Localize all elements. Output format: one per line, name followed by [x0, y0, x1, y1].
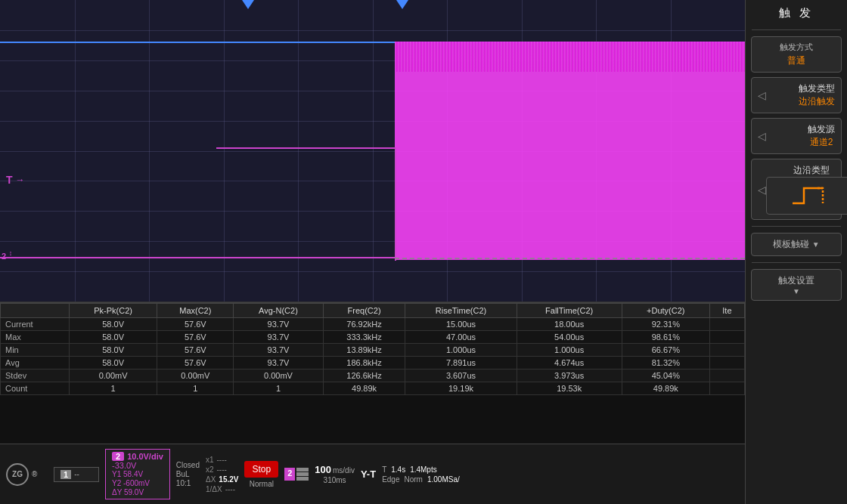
norm-label2: Norm — [404, 475, 422, 484]
ch1-status: -- — [74, 470, 79, 478]
row-label: Min — [1, 344, 70, 357]
row-cell: 15.00us — [405, 318, 517, 331]
main-area: T → 2 ↕ Pk-Pk(C2) Max(C2) Avg-N(C2) Freq… — [0, 0, 745, 504]
row-cell: 58.0V — [69, 357, 157, 369]
row-cell: 186.8kHz — [323, 357, 405, 369]
col-header-avg: Avg-N(C2) — [234, 304, 323, 318]
col-header-pk-pk: Pk-Pk(C2) — [69, 304, 157, 318]
ch-line-2 — [296, 472, 309, 476]
col-header-label — [1, 304, 70, 318]
trigger-mode-label: 触发方式 — [780, 42, 813, 53]
divider-1 — [752, 29, 841, 30]
col-header-duty: +Duty(C2) — [622, 304, 709, 318]
row-cell: 7.891us — [405, 357, 517, 369]
ch2-marker: 2 ↕ — [2, 249, 12, 261]
row-cell: 3.973us — [517, 369, 622, 382]
trigger-type-button[interactable]: ◁ 触发类型 边沿触发 — [751, 77, 842, 113]
trigger-settings-button[interactable]: 触发设置 ▼ — [751, 269, 842, 301]
row-cell: 3.607us — [405, 369, 517, 382]
dx-value: 15.2V — [219, 475, 238, 484]
ch2-dashed-line — [395, 258, 745, 259]
yt-section: Y-T — [361, 468, 376, 480]
t-marker: T → — [6, 174, 25, 186]
signal-transition — [395, 147, 396, 261]
edge-type-label: 边沿类型 — [793, 164, 830, 177]
row-cell: 81.32% — [622, 357, 709, 369]
trigger-source-value: 通道2 — [810, 136, 833, 149]
noise-overlay — [395, 42, 745, 72]
row-cell: 19.53k — [517, 382, 622, 395]
row-label: Stdev — [1, 369, 70, 382]
coupling-label: BuL — [176, 470, 200, 478]
trigger-panel: 触 发 触发方式 普通 ◁ 触发类型 边沿触发 ◁ 触发源 通道2 ◁ 边沿类型 — [745, 0, 847, 504]
yt-label: Y-T — [361, 468, 376, 480]
row-cell: 333.3kHz — [323, 331, 405, 344]
stop-section[interactable]: Stop Normal — [244, 461, 278, 488]
stop-button[interactable]: Stop — [244, 461, 278, 478]
row-cell — [709, 344, 744, 357]
trigger-source-label: 触发源 — [808, 123, 835, 136]
row-cell: 0.00mV — [234, 369, 323, 382]
col-header-rise: RiseTime(C2) — [405, 304, 517, 318]
row-cell: 57.6V — [157, 331, 234, 344]
trigger-panel-title: 触 发 — [779, 6, 814, 20]
row-label: Max — [1, 331, 70, 344]
signal-high-region — [395, 42, 745, 260]
row-cell: 93.7V — [234, 331, 323, 344]
ch2-indicator-badge: 2 — [284, 468, 295, 481]
divider-3 — [752, 262, 841, 263]
template-trigger-sub: ▼ — [812, 240, 820, 249]
time-offset: 310ms — [324, 476, 346, 484]
ch2-y2: Y2 -600mV — [112, 479, 163, 487]
row-cell: 57.6V — [157, 357, 234, 369]
one-dx-label: 1/ΔX — [206, 485, 222, 493]
trigger-arrow-2 — [396, 0, 408, 9]
coupling2-label: 10:1 — [176, 479, 200, 487]
edge-type-arrow: ◁ — [758, 184, 766, 196]
ch2-info: 2 10.0V/div -33.0V Y1 58.4V Y2 -600mV ΔY… — [105, 449, 170, 499]
trigger-mode-button[interactable]: 触发方式 普通 — [751, 36, 842, 73]
pretrigger-step — [216, 147, 395, 149]
edge-label: Edge — [382, 475, 399, 484]
x2-label: x2 — [206, 465, 214, 474]
time-unit: ms/div — [333, 466, 355, 475]
template-trigger-label: 模板触碰 — [773, 239, 809, 249]
t-value: 1.4s — [391, 465, 405, 474]
row-cell: 58.0V — [69, 344, 157, 357]
row-cell — [709, 382, 744, 395]
logo-trademark: ® — [32, 470, 37, 478]
status-bar: ZG ® 1 -- 2 10.0V/div -33.0V Y1 58.4V Y2… — [0, 444, 745, 504]
table-row: Max58.0V57.6V93.7V333.3kHz47.00us54.00us… — [1, 331, 745, 344]
trigger-type-value: 边沿触发 — [799, 95, 835, 108]
trigger-settings-label: 触发设置 — [778, 274, 814, 287]
col-header-ite: Ite — [709, 304, 744, 318]
row-cell: 18.00us — [517, 318, 622, 331]
ch2-y1: Y1 58.4V — [112, 470, 163, 478]
row-cell: 93.7V — [234, 357, 323, 369]
edge-type-button[interactable]: ◁ 边沿类型 — [751, 159, 842, 220]
row-cell: 126.6kHz — [323, 369, 405, 382]
edge-type-display — [766, 177, 847, 215]
row-cell: 76.92kHz — [323, 318, 405, 331]
row-cell: 54.00us — [517, 331, 622, 344]
trigger-source-button[interactable]: ◁ 触发源 通道2 — [751, 118, 842, 154]
waveform-display: T → 2 ↕ — [0, 0, 745, 302]
row-cell: 1 — [157, 382, 234, 395]
trigger-type-arrow: ◁ — [758, 89, 766, 101]
divider-2 — [752, 226, 841, 227]
col-header-freq: Freq(C2) — [323, 304, 405, 318]
ch1-info: 1 -- — [54, 467, 99, 482]
ch2-delta-y: ΔY 59.0V — [112, 488, 163, 496]
row-cell: 1.000us — [405, 344, 517, 357]
row-cell: 57.6V — [157, 318, 234, 331]
norm-val: 1.00MSa/ — [427, 475, 460, 484]
template-trigger-button[interactable]: 模板触碰 ▼ — [751, 233, 842, 256]
row-cell: 1 — [69, 382, 157, 395]
time-info: 100 ms/div 310ms — [315, 464, 355, 484]
x1-value: ---- — [217, 456, 227, 464]
row-cell: 47.00us — [405, 331, 517, 344]
table-row: Count11149.89k19.19k19.53k49.89k — [1, 382, 745, 395]
row-cell: 1 — [234, 382, 323, 395]
row-cell: 93.7V — [234, 318, 323, 331]
normal-label: Normal — [250, 480, 274, 488]
